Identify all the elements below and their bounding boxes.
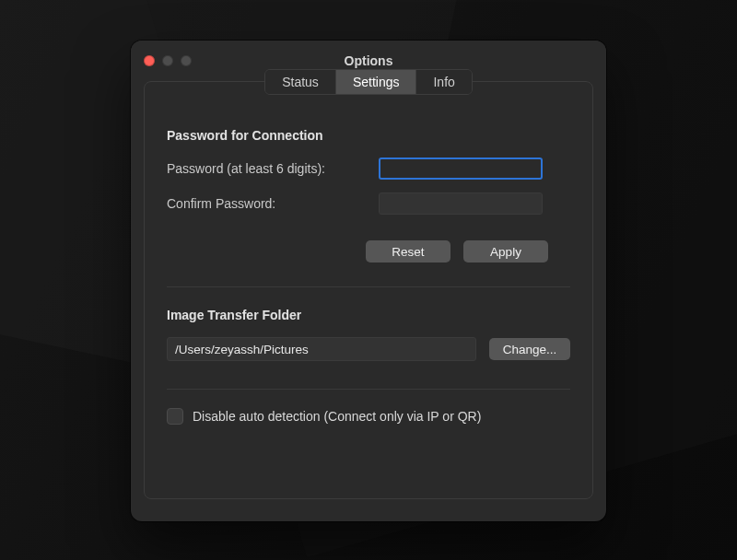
segmented-tabs: Status Settings Info xyxy=(264,69,473,95)
close-icon[interactable] xyxy=(144,55,155,66)
tabbar: Status Settings Info xyxy=(145,69,592,95)
minimize-icon[interactable] xyxy=(162,55,173,66)
password-row: Password (at least 6 digits): xyxy=(167,158,570,180)
confirm-password-input[interactable] xyxy=(379,192,543,215)
options-window: Options Status Settings Info Password fo… xyxy=(131,41,606,521)
content-pane: Status Settings Info Password for Connec… xyxy=(144,81,593,499)
transfer-section-title: Image Transfer Folder xyxy=(167,308,570,322)
confirm-password-row: Confirm Password: xyxy=(167,192,570,215)
transfer-folder-path[interactable]: /Users/zeyassh/Pictures xyxy=(167,337,476,361)
password-buttons: Reset Apply xyxy=(167,240,548,262)
traffic-lights xyxy=(144,55,192,66)
window-title: Options xyxy=(345,53,393,68)
separator-2 xyxy=(167,389,570,390)
password-section-title: Password for Connection xyxy=(167,128,570,143)
reset-button[interactable]: Reset xyxy=(366,240,450,262)
transfer-row: /Users/zeyassh/Pictures Change... xyxy=(167,337,570,361)
apply-button[interactable]: Apply xyxy=(463,240,548,262)
disable-autodetect-checkbox[interactable] xyxy=(167,408,183,425)
settings-pane: Password for Connection Password (at lea… xyxy=(145,95,592,425)
confirm-password-label: Confirm Password: xyxy=(167,196,379,211)
password-label: Password (at least 6 digits): xyxy=(167,161,379,176)
disable-autodetect-label: Disable auto detection (Connect only via… xyxy=(193,409,481,424)
password-input[interactable] xyxy=(379,158,543,180)
change-folder-button[interactable]: Change... xyxy=(489,338,570,360)
separator-1 xyxy=(167,286,570,287)
tab-settings[interactable]: Settings xyxy=(336,70,417,94)
tab-info[interactable]: Info xyxy=(416,70,471,94)
autodetect-row: Disable auto detection (Connect only via… xyxy=(167,408,570,425)
zoom-icon[interactable] xyxy=(181,55,192,66)
tab-status[interactable]: Status xyxy=(265,70,336,94)
